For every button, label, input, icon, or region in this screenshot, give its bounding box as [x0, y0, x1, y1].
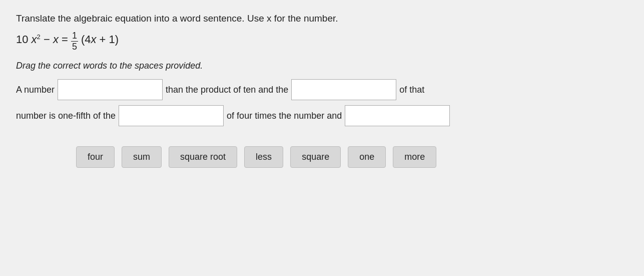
- drop-box-1[interactable]: [58, 79, 163, 100]
- drop-box-2[interactable]: [291, 79, 396, 100]
- word-chip-w6[interactable]: one: [348, 146, 386, 168]
- word-chip-w2[interactable]: sum: [122, 146, 162, 168]
- equation-right: (4x + 1): [81, 31, 119, 48]
- fraction-denominator: 5: [71, 42, 78, 53]
- word-bank: foursumsquare rootlesssquareonemore: [16, 146, 628, 168]
- word-chip-w1[interactable]: four: [76, 146, 115, 168]
- equation-left: 10 x2 − x =: [16, 31, 68, 48]
- fraction: 1 5: [71, 31, 78, 53]
- line1-before1: A number: [16, 82, 55, 98]
- word-chip-w3[interactable]: square root: [169, 146, 237, 168]
- line2-before2: number is one-fifth of the: [16, 108, 116, 124]
- word-chip-w5[interactable]: square: [290, 146, 341, 168]
- drop-box-3[interactable]: [119, 105, 224, 126]
- line2-after3: of four times the number and: [227, 108, 342, 124]
- fraction-numerator: 1: [71, 31, 78, 42]
- word-chip-w4[interactable]: less: [244, 146, 283, 168]
- sentence-line-1: A number than the product of ten and the…: [16, 79, 628, 100]
- equation-display: 10 x2 − x = 1 5 (4x + 1): [16, 31, 628, 53]
- line1-after2: of that: [399, 82, 424, 98]
- sentence-area: A number than the product of ten and the…: [16, 79, 628, 126]
- drag-instruction: Drag the correct words to the spaces pro…: [16, 61, 628, 71]
- drop-box-4[interactable]: [345, 105, 450, 126]
- instruction-text: Translate the algebraic equation into a …: [16, 12, 628, 26]
- sentence-line-2: number is one-fifth of the of four times…: [16, 105, 628, 126]
- word-chip-w7[interactable]: more: [393, 146, 436, 168]
- line1-after1: than the product of ten and the: [166, 82, 288, 98]
